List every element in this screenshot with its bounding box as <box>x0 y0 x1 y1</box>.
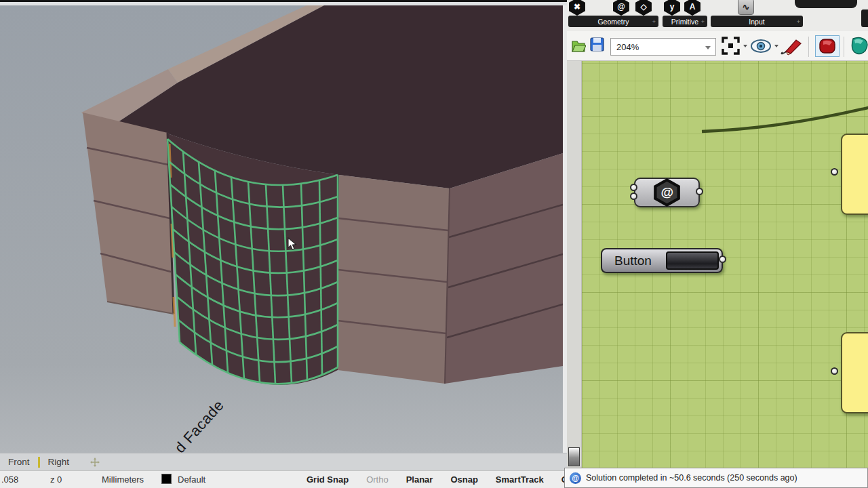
expand-icon[interactable]: + <box>797 18 800 25</box>
viewport-tab-bar: Front Right <box>0 453 567 470</box>
input-port[interactable] <box>630 192 637 200</box>
button-component-label: Button <box>602 253 652 268</box>
viewport-tab-front[interactable]: Front <box>0 457 38 467</box>
tab-fragment-edge <box>861 9 868 27</box>
spiral-glyph: @ <box>660 185 673 200</box>
data-panel-top[interactable]: T B <box>841 134 868 215</box>
output-port[interactable] <box>696 188 703 195</box>
preview-eye-icon[interactable] <box>750 39 772 54</box>
sketch-pencil-icon[interactable] <box>780 37 802 56</box>
current-layer-label[interactable]: Default <box>178 474 205 485</box>
coordinate-x: .058 <box>1 474 18 485</box>
pane-ortho[interactable]: Ortho <box>366 474 389 485</box>
notification-text: Solution completed in ~50.6 seconds (250… <box>586 473 797 483</box>
chevron-down-icon <box>705 46 711 49</box>
save-file-icon[interactable] <box>589 37 605 53</box>
zoom-extents-icon[interactable] <box>722 37 740 55</box>
button-press-area[interactable] <box>666 251 719 270</box>
tab-input[interactable]: Input+ <box>711 16 803 27</box>
grasshopper-component-tabs: ✖ @ ◇ Geometry+ y A Primitive+ ∿ Input+ <box>567 0 868 31</box>
status-panes: Grid Snap Ortho Planar Osnap SmartTrack … <box>307 474 597 485</box>
input-port[interactable] <box>831 168 838 176</box>
units-label[interactable]: Millimeters <box>102 474 144 485</box>
geometry-diamond-icon[interactable]: ◇ <box>635 0 652 16</box>
open-file-icon[interactable] <box>571 37 586 54</box>
preview-options-arrow[interactable] <box>774 45 778 47</box>
tab-partial-right[interactable] <box>795 0 857 8</box>
primitive-text-icon[interactable]: A <box>684 0 701 16</box>
teal-gem-icon[interactable] <box>849 36 868 56</box>
pane-smarttrack[interactable]: SmartTrack <box>496 474 544 485</box>
grasshopper-info-icon: @ <box>570 472 581 484</box>
data-panel-bottom[interactable]: M B <box>841 332 868 413</box>
geometry-spiral-icon[interactable]: @ <box>612 0 630 16</box>
tab-geometry[interactable]: Geometry+ <box>568 16 658 27</box>
screen: d Facade Front Right .058 z 0 Millimeter… <box>0 0 868 488</box>
geometry-x-icon[interactable]: ✖ <box>568 0 586 16</box>
grasshopper-window: ✖ @ ◇ Geometry+ y A Primitive+ ∿ Input+ <box>567 0 868 469</box>
preview-shaded-button[interactable] <box>815 35 840 57</box>
toolbar-divider <box>844 37 844 57</box>
red-gem-icon <box>818 38 836 54</box>
zoom-options-arrow[interactable] <box>743 45 747 47</box>
zoom-level-dropdown[interactable]: 204% <box>610 38 716 56</box>
pan-viewport-icon[interactable] <box>90 457 100 468</box>
input-port[interactable] <box>831 367 838 375</box>
layer-color-swatch[interactable] <box>161 474 172 484</box>
pane-planar[interactable]: Planar <box>406 474 433 485</box>
pane-osnap[interactable]: Osnap <box>450 474 477 485</box>
coordinate-z: z 0 <box>50 474 62 485</box>
canvas-left-gutter <box>567 61 582 469</box>
scrollbar-thumb[interactable] <box>568 447 580 466</box>
tab-primitive[interactable]: Primitive+ <box>663 16 707 27</box>
input-curve-icon[interactable]: ∿ <box>738 0 754 15</box>
rhino-viewport[interactable] <box>0 0 563 453</box>
mouse-cursor <box>288 237 297 251</box>
toolbar-divider <box>808 37 809 57</box>
grasshopper-canvas-area: @ Button T B M B <box>567 61 868 469</box>
pane-grid-snap[interactable]: Grid Snap <box>307 474 349 485</box>
primitive-branch-icon[interactable]: y <box>663 0 681 16</box>
output-port[interactable] <box>719 256 726 263</box>
expand-icon[interactable]: + <box>701 18 705 25</box>
button-component[interactable]: Button <box>601 248 723 273</box>
curve-component-node[interactable]: @ <box>634 178 700 207</box>
input-port[interactable] <box>630 184 637 191</box>
viewport-top-highlight <box>0 2 567 5</box>
viewport-tab-right[interactable]: Right <box>40 457 78 467</box>
solver-notification[interactable]: @ Solution completed in ~50.6 seconds (2… <box>564 468 868 488</box>
expand-icon[interactable]: + <box>652 18 656 25</box>
grasshopper-toolbar: 204% <box>567 31 868 61</box>
